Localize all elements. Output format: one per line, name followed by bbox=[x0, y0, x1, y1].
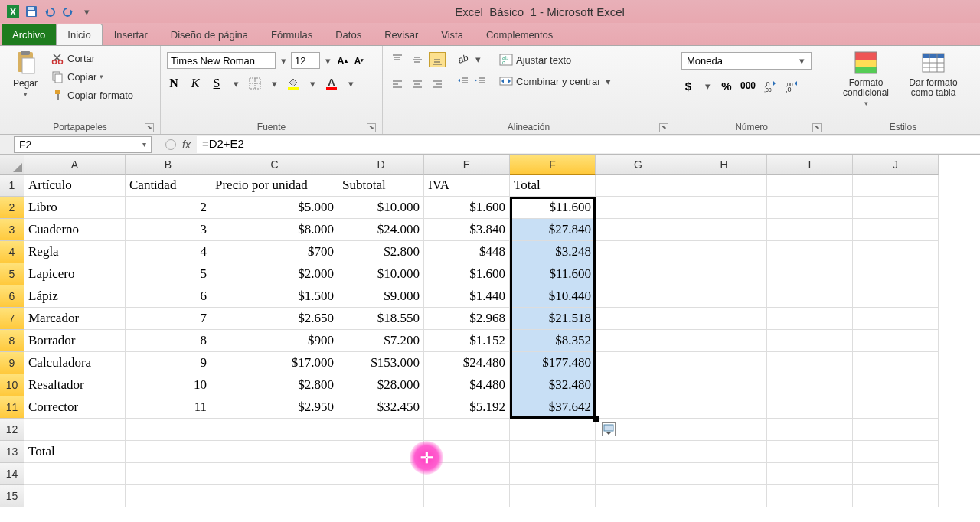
conditional-format-button[interactable]: Formato condicional ▾ bbox=[835, 49, 897, 107]
grow-font-icon[interactable]: A▴ bbox=[335, 54, 349, 67]
cell[interactable] bbox=[126, 419, 211, 441]
cell[interactable] bbox=[767, 374, 853, 396]
cell[interactable]: Total bbox=[24, 441, 126, 463]
align-right-button[interactable] bbox=[429, 77, 446, 92]
increase-indent-button[interactable] bbox=[473, 75, 487, 89]
row-header[interactable]: 15 bbox=[0, 485, 24, 507]
cell[interactable]: $8.352 bbox=[510, 330, 596, 352]
row-header[interactable]: 11 bbox=[0, 396, 24, 419]
fx-icon[interactable]: fx bbox=[182, 139, 191, 151]
cell[interactable] bbox=[767, 263, 853, 285]
row-header[interactable]: 7 bbox=[0, 308, 24, 330]
cell[interactable] bbox=[424, 485, 510, 507]
tab-formulas[interactable]: Fórmulas bbox=[260, 24, 324, 45]
tab-inicio[interactable]: Inicio bbox=[56, 24, 102, 45]
cell[interactable] bbox=[681, 485, 767, 507]
cell[interactable] bbox=[596, 241, 681, 263]
col-header-D[interactable]: D bbox=[338, 155, 424, 175]
col-header-C[interactable]: C bbox=[211, 155, 338, 175]
select-all-corner[interactable] bbox=[0, 155, 24, 175]
cell[interactable] bbox=[596, 330, 681, 352]
cell[interactable] bbox=[596, 308, 681, 330]
cell[interactable]: $2.800 bbox=[338, 241, 424, 263]
cell[interactable]: $5.000 bbox=[211, 197, 338, 219]
cell[interactable] bbox=[424, 463, 510, 485]
cell[interactable]: $28.000 bbox=[338, 374, 424, 396]
cell[interactable]: $2.000 bbox=[211, 263, 338, 285]
cell[interactable] bbox=[596, 441, 681, 463]
formula-input[interactable]: =D2+E2 bbox=[197, 136, 980, 153]
currency-button[interactable]: $ bbox=[681, 79, 695, 93]
cell[interactable]: Resaltador bbox=[24, 374, 126, 396]
cell[interactable]: 3 bbox=[126, 219, 211, 241]
cell[interactable] bbox=[211, 485, 338, 507]
cell[interactable] bbox=[24, 485, 126, 507]
cell[interactable]: $24.480 bbox=[424, 352, 510, 374]
cell[interactable] bbox=[853, 352, 939, 374]
number-launcher[interactable]: ⬊ bbox=[812, 123, 822, 132]
cell[interactable]: IVA bbox=[424, 175, 510, 197]
cell[interactable]: Calculadora bbox=[24, 352, 126, 374]
cell[interactable] bbox=[24, 463, 126, 485]
row-header[interactable]: 8 bbox=[0, 330, 24, 352]
format-table-button[interactable]: Dar formato como tabla bbox=[902, 49, 965, 98]
cell[interactable]: $2.968 bbox=[424, 308, 510, 330]
cell[interactable]: Lapicero bbox=[24, 263, 126, 285]
cell[interactable]: $448 bbox=[424, 241, 510, 263]
font-launcher[interactable]: ⬊ bbox=[367, 123, 376, 132]
italic-button[interactable]: K bbox=[188, 77, 202, 90]
thousands-button[interactable]: 000 bbox=[741, 79, 755, 93]
cell[interactable]: $17.000 bbox=[211, 352, 338, 374]
excel-icon[interactable]: X bbox=[5, 3, 21, 20]
cell[interactable] bbox=[596, 263, 681, 285]
cell[interactable] bbox=[767, 197, 853, 219]
cell[interactable]: Artículo bbox=[24, 175, 126, 197]
cell[interactable] bbox=[853, 441, 939, 463]
cell[interactable]: $1.440 bbox=[424, 285, 510, 308]
cell[interactable]: Total bbox=[510, 175, 596, 197]
cell[interactable] bbox=[510, 419, 596, 441]
decrease-decimal-button[interactable]: ,00,0 bbox=[784, 79, 798, 93]
cell[interactable] bbox=[596, 352, 681, 374]
chevron-down-icon[interactable]: ▾ bbox=[279, 55, 288, 67]
cell[interactable] bbox=[424, 419, 510, 441]
cell[interactable]: $7.200 bbox=[338, 330, 424, 352]
cell[interactable]: $10.440 bbox=[510, 285, 596, 308]
decrease-indent-button[interactable] bbox=[456, 75, 470, 89]
cell[interactable]: Marcador bbox=[24, 308, 126, 330]
cell[interactable]: Cuaderno bbox=[24, 219, 126, 241]
number-format-selector[interactable]: Moneda ▾ bbox=[681, 52, 812, 70]
clipboard-launcher[interactable]: ⬊ bbox=[145, 123, 154, 132]
cell[interactable]: $1.152 bbox=[424, 330, 510, 352]
cell[interactable]: $27.840 bbox=[510, 219, 596, 241]
cell[interactable]: $11.600 bbox=[510, 197, 596, 219]
cell[interactable] bbox=[853, 219, 939, 241]
cell[interactable] bbox=[853, 308, 939, 330]
col-header-G[interactable]: G bbox=[596, 155, 681, 175]
cell[interactable] bbox=[767, 485, 853, 507]
row-header[interactable]: 1 bbox=[0, 175, 24, 197]
cell[interactable] bbox=[767, 219, 853, 241]
cell[interactable]: $1.600 bbox=[424, 263, 510, 285]
cell[interactable]: Subtotal bbox=[338, 175, 424, 197]
cell[interactable] bbox=[767, 308, 853, 330]
cell[interactable]: $8.000 bbox=[211, 219, 338, 241]
cell[interactable]: $177.480 bbox=[510, 352, 596, 374]
cell[interactable]: $5.192 bbox=[424, 396, 510, 419]
underline-button[interactable]: S bbox=[210, 77, 224, 90]
col-header-H[interactable]: H bbox=[681, 155, 767, 175]
cell[interactable] bbox=[767, 463, 853, 485]
cell[interactable] bbox=[126, 485, 211, 507]
cell[interactable]: $3.248 bbox=[510, 241, 596, 263]
cell[interactable] bbox=[510, 463, 596, 485]
cell[interactable]: $900 bbox=[211, 330, 338, 352]
cell[interactable] bbox=[681, 330, 767, 352]
cell[interactable] bbox=[853, 419, 939, 441]
tab-revisar[interactable]: Revisar bbox=[373, 24, 430, 45]
cell[interactable] bbox=[853, 241, 939, 263]
font-size-selector[interactable]: 12 bbox=[291, 52, 320, 69]
align-top-button[interactable] bbox=[389, 52, 406, 67]
cell[interactable] bbox=[338, 419, 424, 441]
cell[interactable] bbox=[853, 463, 939, 485]
cell[interactable]: 5 bbox=[126, 263, 211, 285]
